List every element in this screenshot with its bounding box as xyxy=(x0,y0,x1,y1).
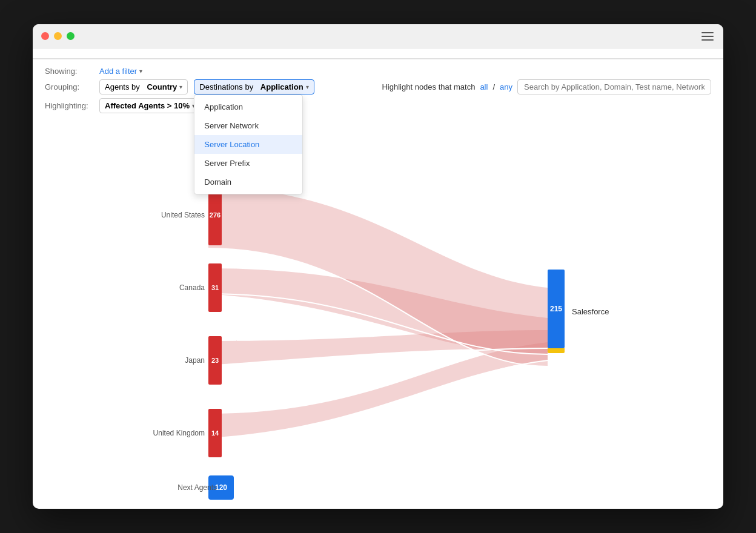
close-button[interactable] xyxy=(41,32,49,40)
us-label: United States xyxy=(161,211,205,219)
add-filter-button[interactable]: Add a filter ▾ xyxy=(99,67,142,76)
tab-bar xyxy=(33,48,723,59)
match-all-link[interactable]: all xyxy=(480,82,488,91)
dropdown-item-server-prefix[interactable]: Server Prefix xyxy=(194,154,302,173)
node-canada[interactable]: Canada 31 xyxy=(208,263,222,312)
sankey-svg xyxy=(69,130,711,494)
jp-label: Japan xyxy=(185,356,205,365)
salesforce-bar: 215 xyxy=(548,270,565,348)
main-window: Showing: Add a filter ▾ Grouping: Agents… xyxy=(33,24,723,509)
dropdown-item-application[interactable]: Application xyxy=(194,98,302,116)
ca-bar: 31 xyxy=(208,263,222,312)
highlighting-row: Highlighting: Affected Agents > 10% ▾ xyxy=(45,98,711,113)
menu-line-1 xyxy=(701,32,714,33)
chevron-down-icon-2: ▾ xyxy=(179,84,182,90)
highlight-search-input[interactable] xyxy=(517,79,711,94)
destinations-by-label: Destinations by xyxy=(199,82,253,91)
destinations-dropdown-menu: Application Server Network Server Locati… xyxy=(194,94,303,194)
highlighting-label: Highlighting: xyxy=(45,101,93,110)
node-salesforce[interactable]: 215 Salesforce xyxy=(548,270,609,353)
menu-line-3 xyxy=(701,39,714,41)
uk-bar: 14 xyxy=(208,409,222,457)
agents-by-country-dropdown[interactable]: Agents by Country ▾ xyxy=(99,79,188,94)
app-bold-label: Application xyxy=(260,82,303,91)
highlight-label: Highlight nodes that match xyxy=(382,82,475,91)
node-japan[interactable]: Japan 23 xyxy=(208,336,222,385)
minimize-button[interactable] xyxy=(54,32,62,40)
ca-label: Canada xyxy=(179,283,205,292)
destinations-by-app-dropdown[interactable]: Destinations by Application ▾ xyxy=(194,79,314,94)
node-uk[interactable]: United Kingdom 14 xyxy=(208,409,222,457)
showing-label: Showing: xyxy=(45,67,93,76)
salesforce-label: Salesforce xyxy=(572,307,609,316)
dropdown-item-server-location[interactable]: Server Location xyxy=(194,135,302,154)
sankey-chart: United States 276 Canada 31 Japan 23 Uni… xyxy=(69,130,711,494)
agents-by-label: Agents by xyxy=(105,82,140,91)
match-any-link[interactable]: any xyxy=(500,82,512,91)
titlebar xyxy=(33,24,723,48)
affected-agents-label: Affected Agents > 10% xyxy=(105,101,190,110)
uk-label: United Kingdom xyxy=(153,429,205,437)
highlight-controls: Highlight nodes that match all / any xyxy=(382,79,711,94)
menu-icon[interactable] xyxy=(701,32,714,41)
next-agents-label: Next Agents xyxy=(177,483,217,492)
showing-row: Showing: Add a filter ▾ xyxy=(45,67,711,76)
country-bold-label: Country xyxy=(147,82,177,91)
chevron-down-icon: ▾ xyxy=(139,68,142,74)
menu-line-2 xyxy=(701,36,714,37)
maximize-button[interactable] xyxy=(67,32,75,40)
dropdown-item-server-network[interactable]: Server Network xyxy=(194,116,302,135)
traffic-lights xyxy=(41,32,75,40)
jp-bar: 23 xyxy=(208,336,222,385)
chart-area: United States 276 Canada 31 Japan 23 Uni… xyxy=(33,118,723,506)
grouping-label: Grouping: xyxy=(45,82,93,91)
grouping-row: Grouping: Agents by Country ▾ Destinatio… xyxy=(45,79,711,94)
salesforce-sub-bar xyxy=(548,348,565,353)
node-next-agents[interactable]: Next Agents 120 xyxy=(208,475,234,500)
controls-bar: Showing: Add a filter ▾ Grouping: Agents… xyxy=(33,59,723,118)
chevron-down-icon-3: ▾ xyxy=(306,84,309,90)
dropdown-item-domain[interactable]: Domain xyxy=(194,173,302,191)
affected-agents-dropdown[interactable]: Affected Agents > 10% ▾ xyxy=(99,98,201,113)
match-separator: / xyxy=(492,82,495,91)
